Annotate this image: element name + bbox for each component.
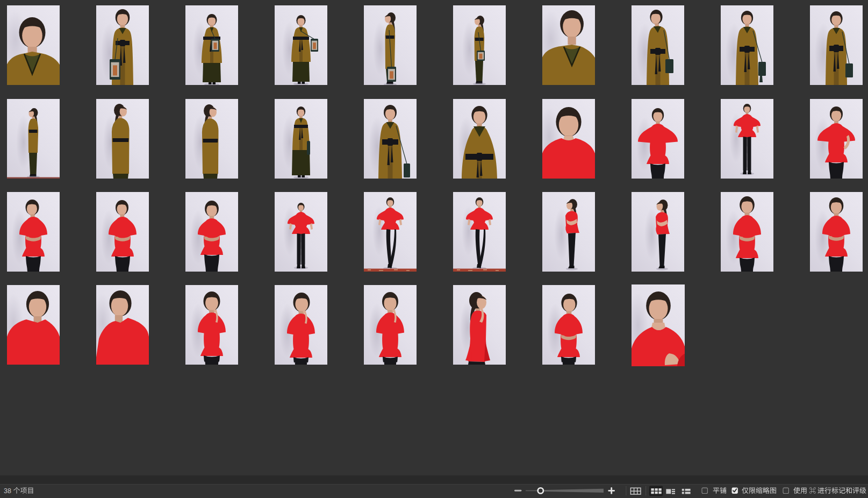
svg-text:38: 38 [4, 487, 11, 495]
